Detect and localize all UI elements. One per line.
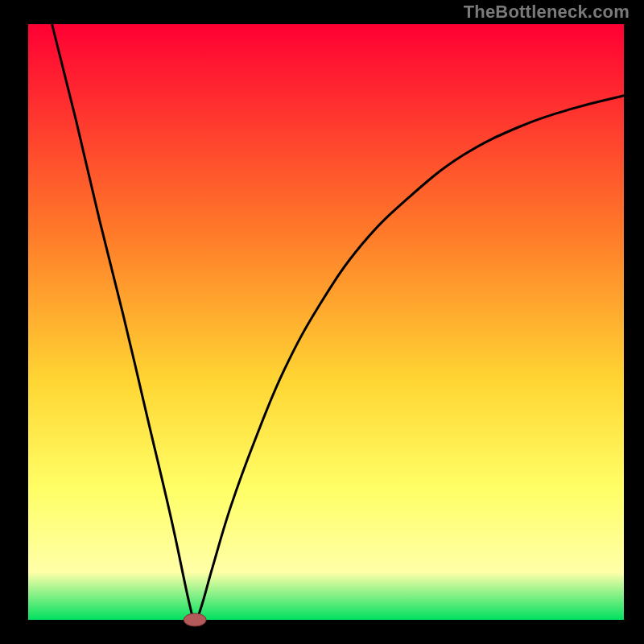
chart-frame: { "watermark": "TheBottleneck.com", "col… bbox=[0, 0, 644, 644]
chart-svg bbox=[0, 0, 644, 644]
plot-background bbox=[28, 24, 624, 620]
watermark-text: TheBottleneck.com bbox=[464, 2, 630, 23]
minimum-marker bbox=[184, 613, 206, 626]
